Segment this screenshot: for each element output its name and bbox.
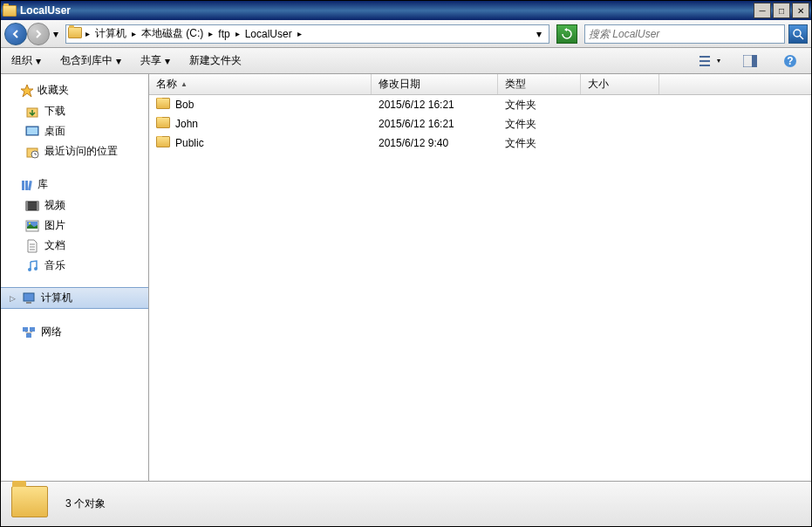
breadcrumb-segment[interactable]: 本地磁盘 (C:) [138,25,207,43]
document-icon [25,239,39,253]
sidebar-network[interactable]: 网络 [1,322,148,342]
folder-icon [156,98,170,112]
column-type[interactable]: 类型 [498,74,581,94]
sidebar-libraries-group: 库 视频图片文档音乐 [1,174,148,276]
star-icon [20,84,34,98]
sidebar-item-label: 桌面 [44,124,65,139]
toolbar: 组织▾ 包含到库中▾ 共享▾ 新建文件夹 ▾ ? [1,48,811,74]
svg-line-35 [29,332,32,333]
address-dropdown[interactable]: ▾ [531,28,547,40]
chevron-right-icon[interactable]: ▸ [297,29,302,38]
breadcrumb-segment[interactable]: 计算机 [92,25,130,43]
sidebar-item[interactable]: 音乐 [1,256,148,276]
svg-rect-32 [30,327,35,332]
preview-pane-button[interactable] [740,51,761,71]
organize-menu[interactable]: 组织▾ [11,53,41,68]
back-button[interactable] [4,23,27,45]
sidebar-item[interactable]: 图片 [1,216,148,236]
column-headers: 名称▲ 修改日期 类型 大小 [149,74,811,95]
video-icon [25,199,39,213]
svg-rect-2 [699,56,710,58]
svg-rect-33 [26,333,31,338]
column-modified[interactable]: 修改日期 [372,74,498,94]
titlebar: LocalUser ─ □ ✕ [1,1,811,20]
file-modified: 2015/6/12 16:21 [372,118,498,130]
file-row[interactable]: John2015/6/12 16:21文件夹 [149,114,811,133]
picture-icon [25,219,39,233]
file-type: 文件夹 [498,98,581,113]
new-folder-label: 新建文件夹 [189,53,242,68]
organize-label: 组织 [11,53,32,68]
chevron-right-icon[interactable]: ▸ [85,29,90,38]
window-folder-icon [3,3,17,17]
svg-point-0 [794,30,801,37]
network-icon [22,325,36,339]
sidebar-item[interactable]: 视频 [1,195,148,216]
chevron-right-icon[interactable]: ▸ [132,29,136,38]
close-button[interactable]: ✕ [792,3,809,18]
libraries-label: 库 [38,177,48,192]
sidebar-item[interactable]: 文档 [1,236,148,256]
new-folder-button[interactable]: 新建文件夹 [189,53,242,68]
sidebar-favorites-header[interactable]: 收藏夹 [1,79,148,101]
search-bar[interactable] [584,24,785,44]
sidebar-item[interactable]: 桌面 [1,121,148,141]
svg-rect-31 [23,327,28,332]
expand-icon: ▷ [8,294,17,303]
file-name: Public [175,137,204,149]
chevron-right-icon[interactable]: ▸ [235,29,240,38]
include-menu[interactable]: 包含到库中▾ [60,53,121,68]
sidebar: 收藏夹 下载桌面最近访问的位置 库 视频图片文档音乐 ▷ 计算机 网络 [1,74,149,481]
sidebar-libraries-header[interactable]: 库 [1,174,148,195]
sidebar-item[interactable]: 下载 [1,101,148,121]
svg-rect-11 [27,127,38,134]
window-controls: ─ □ ✕ [754,3,809,18]
status-bar: 3 个对象 [1,481,811,526]
address-bar[interactable]: ▸ 计算机▸本地磁盘 (C:)▸ftp▸LocalUser▸ ▾ [65,24,549,44]
svg-point-27 [34,267,38,270]
minimize-button[interactable]: ─ [754,3,771,18]
breadcrumb-segment[interactable]: ftp [215,25,233,43]
nav-history-dropdown[interactable]: ▾ [50,23,62,45]
sort-asc-icon: ▲ [181,80,188,88]
file-row[interactable]: Bob2015/6/12 16:21文件夹 [149,95,811,114]
view-options-button[interactable]: ▾ [699,51,720,71]
column-name[interactable]: 名称▲ [149,74,372,94]
address-folder-icon [68,27,82,41]
svg-rect-6 [752,55,757,67]
chevron-down-icon: ▾ [165,55,170,67]
file-type: 文件夹 [498,117,581,132]
file-name: Bob [175,99,194,111]
svg-rect-17 [26,202,38,210]
svg-rect-19 [37,202,38,210]
maximize-button[interactable]: □ [773,3,790,18]
search-input[interactable] [589,28,781,40]
share-label: 共享 [140,53,161,68]
sidebar-computer[interactable]: ▷ 计算机 [1,287,149,309]
breadcrumb-segment[interactable]: LocalUser [242,25,296,43]
file-row[interactable]: Public2015/6/12 9:40文件夹 [149,133,811,153]
network-label: 网络 [41,325,62,339]
svg-text:?: ? [787,55,793,67]
sidebar-item-label: 下载 [44,104,65,119]
column-name-label: 名称 [156,77,177,92]
chevron-right-icon[interactable]: ▸ [208,29,213,38]
window-title: LocalUser [20,4,754,17]
svg-line-1 [800,36,803,39]
help-button[interactable]: ? [780,51,801,71]
search-button[interactable] [788,24,808,44]
column-type-label: 类型 [505,77,526,92]
svg-rect-18 [26,202,28,210]
sidebar-item-label: 图片 [44,218,65,233]
svg-rect-16 [28,180,32,189]
main-area: 收藏夹 下载桌面最近访问的位置 库 视频图片文档音乐 ▷ 计算机 网络 [1,74,811,481]
file-name: John [175,118,198,130]
refresh-button[interactable] [556,24,577,44]
file-list[interactable]: Bob2015/6/12 16:21文件夹John2015/6/12 16:21… [149,95,811,481]
forward-button[interactable] [27,23,50,45]
sidebar-item[interactable]: 最近访问的位置 [1,141,148,161]
content-area: 名称▲ 修改日期 类型 大小 Bob2015/6/12 16:21文件夹John… [149,74,811,481]
share-menu[interactable]: 共享▾ [140,53,170,68]
sidebar-item-label: 最近访问的位置 [44,144,118,159]
column-size[interactable]: 大小 [581,74,659,94]
